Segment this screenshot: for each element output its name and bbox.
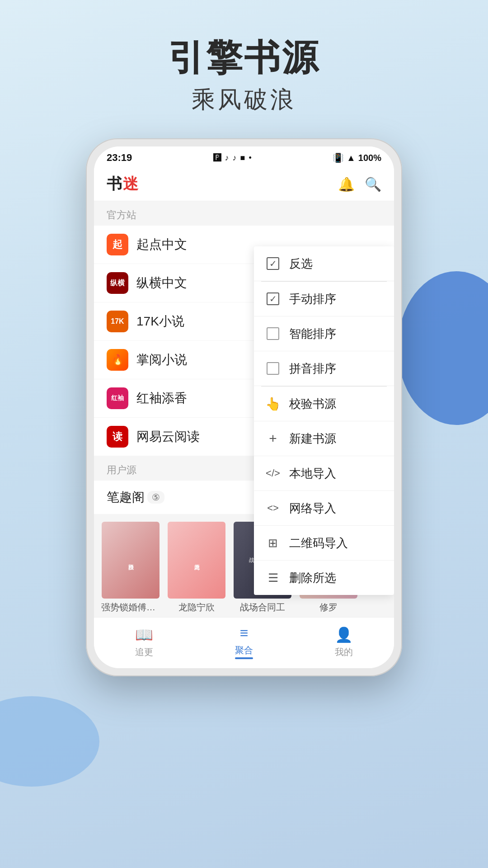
dropdown-label-network-import: 网络导入 [289, 500, 336, 516]
checkbox-unchecked-icon-2 [267, 362, 279, 375]
nav-icon-updates: 📖 [135, 626, 153, 643]
source-icon-zhangyue: 🔥 [107, 349, 128, 371]
header-title: 引擎书源 [0, 36, 488, 80]
status-icons: 🅿 ♪ ♪ ■ • [213, 153, 252, 163]
notification-bell-icon[interactable]: 🔔 [338, 176, 355, 192]
dropdown-item-manual-sort[interactable]: ✓ 手动排序 [254, 282, 394, 316]
phone-frame: 23:19 🅿 ♪ ♪ ■ • 📳 ▲ 100% 书 迷 🔔 🔍 [86, 138, 402, 676]
nav-icon-aggregate: ≡ [240, 625, 249, 642]
source-name-qidian: 起点中文 [136, 236, 187, 253]
dropdown-item-validate[interactable]: 👆 校验书源 [254, 387, 394, 421]
dropdown-item-network-import[interactable]: <> 网络导入 [254, 491, 394, 526]
book-title-4: 修罗 [319, 601, 338, 613]
dropdown-label-manual-sort: 手动排序 [289, 291, 336, 307]
dropdown-item-new-source[interactable]: + 新建书源 [254, 421, 394, 456]
vibrate-icon: 📳 [333, 152, 344, 163]
checkbox-checked-icon: ✓ [267, 257, 279, 270]
source-icon-zongheng: 纵横 [107, 272, 128, 294]
section-official-label: 官方站 [94, 201, 394, 226]
user-source-name: 笔趣阁 [107, 489, 145, 506]
local-import-icon: </> [265, 465, 281, 481]
source-icon-17k: 17K [107, 311, 128, 332]
header-subtitle: 乘风破浪 [0, 84, 488, 116]
checkbox-checked-icon-2: ✓ [267, 292, 279, 305]
bg-decoration-circle-blue2 [0, 696, 99, 787]
dropdown-icon-smart-sort [265, 326, 281, 342]
nav-label-mine: 我的 [335, 646, 353, 658]
dropdown-item-qr-import[interactable]: ⊞ 二维码导入 [254, 526, 394, 561]
dropdown-label-validate: 校验书源 [289, 396, 336, 412]
stop-icon: ■ [240, 153, 245, 163]
dropdown-label-pinyin-sort: 拼音排序 [289, 361, 336, 377]
source-name-hongxiu: 红袖添香 [136, 390, 187, 407]
nav-active-indicator [235, 657, 253, 659]
book-title-3: 战场合同工 [240, 601, 285, 613]
source-icon-qidian: 起 [107, 234, 128, 255]
phone-inner: 23:19 🅿 ♪ ♪ ■ • 📳 ▲ 100% 书 迷 🔔 🔍 [94, 146, 394, 668]
dropdown-label-qr-import: 二维码导入 [289, 535, 348, 551]
dropdown-icon-pinyin-sort [265, 360, 281, 377]
qr-icon: ⊞ [265, 535, 281, 551]
dropdown-item-inverse[interactable]: ✓ 反选 [254, 246, 394, 281]
nav-item-aggregate[interactable]: ≡ 聚合 [235, 625, 253, 659]
book-title-1: 强势锁婚傅少钦... [101, 601, 160, 613]
wifi-icon: ▲ [347, 153, 356, 163]
plus-icon: + [265, 430, 281, 447]
dropdown-item-pinyin-sort[interactable]: 拼音排序 [254, 351, 394, 386]
dropdown-label-smart-sort: 智能排序 [289, 326, 336, 342]
checkbox-unchecked-icon [267, 327, 279, 340]
dropdown-item-delete-selected[interactable]: ☰ 删除所选 [254, 561, 394, 595]
nav-icon-mine: 👤 [335, 626, 353, 643]
dot-icon: • [249, 153, 251, 163]
book-item-1[interactable]: 顾少轻点 强势锁婚傅少钦... [101, 522, 160, 613]
dropdown-menu: ✓ 反选 ✓ 手动排序 智能排序 [254, 246, 394, 595]
book-item-2[interactable]: 上门龙婿 龙隐宁欣 [167, 522, 226, 613]
book-cover-2: 上门龙婿 [168, 522, 225, 599]
bottom-nav: 📖 追更 ≡ 聚合 👤 我的 [94, 617, 394, 668]
status-right: 📳 ▲ 100% [333, 152, 381, 163]
dropdown-item-smart-sort[interactable]: 智能排序 [254, 316, 394, 351]
status-time: 23:19 [107, 152, 132, 164]
dropdown-item-local-import[interactable]: </> 本地导入 [254, 456, 394, 491]
status-bar: 23:19 🅿 ♪ ♪ ■ • 📳 ▲ 100% [94, 146, 394, 167]
source-name-zongheng: 纵横中文 [136, 274, 187, 292]
dropdown-label-new-source: 新建书源 [289, 431, 336, 447]
dropdown-label-delete-selected: 删除所选 [289, 570, 336, 586]
delete-icon: ☰ [265, 570, 281, 586]
logo-text-shu: 书 [107, 174, 122, 194]
source-name-17k: 17K小说 [136, 313, 184, 330]
dropdown-icon-manual-sort: ✓ [265, 291, 281, 307]
dropdown-label-inverse: 反选 [289, 256, 313, 272]
logo-text-mi: 迷 [123, 174, 138, 194]
dropdown-icon-inverse: ✓ [265, 255, 281, 272]
book-cover-1: 顾少轻点 [102, 522, 160, 599]
notification-icon: 🅿 [213, 153, 221, 163]
nav-item-updates[interactable]: 📖 追更 [135, 626, 153, 658]
app-bar-icons: 🔔 🔍 [338, 176, 381, 192]
search-icon[interactable]: 🔍 [365, 176, 381, 192]
nav-label-updates: 追更 [135, 646, 153, 658]
battery-level: 100% [358, 153, 381, 163]
nav-item-mine[interactable]: 👤 我的 [335, 626, 353, 658]
main-content: 官方站 起 起点中文 纵横 纵横中文 17K 17K小说 🔥 掌阅小说 [94, 201, 394, 617]
source-icon-hongxiu: 红袖 [107, 387, 128, 409]
network-import-icon: <> [265, 500, 281, 516]
nav-label-aggregate: 聚合 [235, 644, 253, 656]
header-area: 引擎书源 乘风破浪 [0, 0, 488, 138]
user-source-badge: ⑤ [147, 491, 164, 504]
source-name-wangyi: 网易云阅读 [136, 428, 200, 445]
fingerprint-icon: 👆 [265, 396, 281, 412]
app-logo: 书 迷 [107, 174, 138, 194]
tiktok-icon2: ♪ [233, 153, 237, 163]
tiktok-icon: ♪ [225, 153, 229, 163]
bg-decoration-circle-blue [398, 271, 488, 425]
book-title-2: 龙隐宁欣 [178, 601, 215, 613]
source-name-zhangyue: 掌阅小说 [136, 351, 187, 368]
app-bar: 书 迷 🔔 🔍 [94, 167, 394, 201]
source-icon-wangyi: 读 [107, 426, 128, 448]
dropdown-label-local-import: 本地导入 [289, 466, 336, 481]
